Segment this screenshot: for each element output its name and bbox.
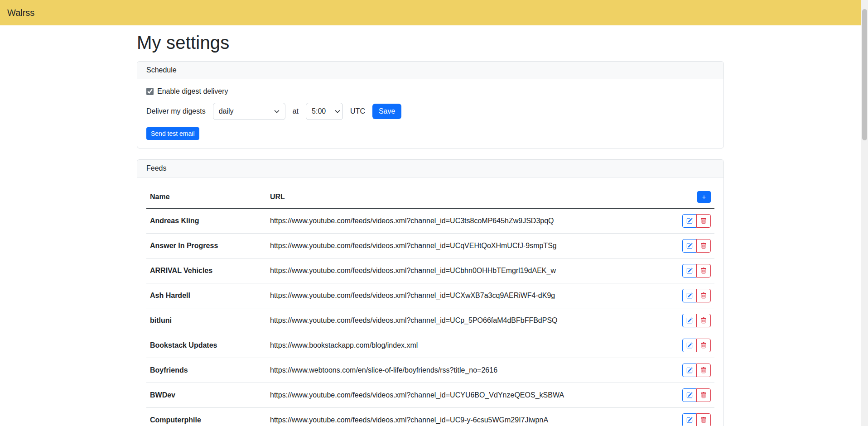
deliver-label: Deliver my digests	[146, 107, 206, 115]
feed-name: Ash Hardell	[146, 283, 266, 308]
pencil-square-icon	[686, 417, 693, 423]
send-test-email-button[interactable]: Send test email	[146, 127, 199, 140]
delete-feed-button[interactable]	[696, 314, 711, 327]
feed-row: Bookstack Updates https://www.bookstacka…	[146, 333, 714, 358]
pencil-square-icon	[686, 342, 693, 349]
feed-row: Computerphile https://www.youtube.com/fe…	[146, 408, 714, 426]
feed-name: Answer In Progress	[146, 234, 266, 258]
feed-url: https://www.youtube.com/feeds/videos.xml…	[266, 234, 669, 258]
pencil-square-icon	[686, 243, 693, 249]
feed-row: bitluni https://www.youtube.com/feeds/vi…	[146, 308, 714, 333]
enable-digest-checkbox[interactable]	[146, 88, 154, 95]
feed-actions	[682, 289, 711, 302]
feed-url: https://www.youtube.com/feeds/videos.xml…	[266, 283, 669, 308]
trash-icon	[700, 417, 707, 423]
pencil-square-icon	[686, 268, 693, 274]
feed-row: Answer In Progress https://www.youtube.c…	[146, 234, 714, 258]
edit-feed-button[interactable]	[682, 289, 697, 302]
schedule-card-body: Enable digest delivery Deliver my digest…	[137, 79, 723, 148]
at-label: at	[293, 107, 299, 115]
edit-feed-button[interactable]	[682, 388, 697, 402]
page-viewport: Walrss My settings Schedule Enable diges…	[0, 0, 861, 426]
trash-icon	[700, 342, 707, 349]
schedule-card-header: Schedule	[137, 62, 723, 79]
save-button[interactable]: Save	[372, 104, 401, 119]
delete-feed-button[interactable]	[696, 239, 711, 253]
feed-actions	[682, 239, 711, 253]
feed-row: Boyfriends https://www.webtoons.com/en/s…	[146, 358, 714, 383]
pencil-square-icon	[686, 317, 693, 324]
delete-feed-button[interactable]	[696, 264, 711, 278]
feed-name: BWDev	[146, 383, 266, 408]
enable-digest-row: Enable digest delivery	[146, 87, 714, 96]
feed-row: Andreas Kling https://www.youtube.com/fe…	[146, 209, 714, 234]
feed-actions	[682, 314, 711, 327]
feed-actions	[682, 339, 711, 352]
time-selected-value: 5:00	[312, 107, 326, 115]
column-header-url: URL	[266, 186, 669, 209]
timezone-label: UTC	[350, 107, 365, 115]
trash-icon	[700, 292, 707, 299]
feed-url: https://www.youtube.com/feeds/videos.xml…	[266, 308, 669, 333]
brand-link[interactable]: Walrss	[7, 8, 34, 18]
feed-url: https://www.webtoons.com/en/slice-of-lif…	[266, 358, 669, 383]
trash-icon	[700, 392, 707, 398]
edit-feed-button[interactable]	[682, 314, 697, 327]
feed-name: Andreas Kling	[146, 209, 266, 234]
edit-feed-button[interactable]	[682, 364, 697, 377]
feed-actions	[682, 364, 711, 377]
page-title: My settings	[137, 33, 724, 53]
deliver-settings-row: Deliver my digests daily at 5:00	[146, 103, 714, 120]
edit-feed-button[interactable]	[682, 239, 697, 253]
trash-icon	[700, 243, 707, 249]
feeds-card-header: Feeds	[137, 160, 723, 177]
pencil-square-icon	[686, 392, 693, 398]
frequency-select[interactable]: daily	[213, 103, 285, 120]
top-navbar: Walrss	[0, 0, 861, 25]
edit-feed-button[interactable]	[682, 214, 697, 228]
feed-name: Bookstack Updates	[146, 333, 266, 358]
trash-icon	[700, 218, 707, 224]
delete-feed-button[interactable]	[696, 413, 711, 426]
feed-name: Boyfriends	[146, 358, 266, 383]
feed-url: https://www.youtube.com/feeds/videos.xml…	[266, 209, 669, 234]
time-select[interactable]: 5:00	[306, 103, 343, 120]
feed-name: bitluni	[146, 308, 266, 333]
schedule-card: Schedule Enable digest delivery Deliver …	[137, 61, 724, 148]
delete-feed-button[interactable]	[696, 214, 711, 228]
feed-actions	[682, 214, 711, 228]
trash-icon	[700, 268, 707, 274]
frequency-selected-value: daily	[219, 107, 234, 115]
edit-feed-button[interactable]	[682, 264, 697, 278]
pencil-square-icon	[686, 218, 693, 224]
feeds-table: Name URL + Andreas Kling https://www.you…	[146, 186, 714, 426]
pencil-square-icon	[686, 292, 693, 299]
main-content: My settings Schedule Enable digest deliv…	[131, 33, 729, 426]
feed-row: ARRIVAL Vehicles https://www.youtube.com…	[146, 258, 714, 283]
feed-url: https://www.youtube.com/feeds/videos.xml…	[266, 408, 669, 426]
enable-digest-label: Enable digest delivery	[157, 87, 228, 96]
feed-name: ARRIVAL Vehicles	[146, 258, 266, 283]
feed-actions	[682, 388, 711, 402]
delete-feed-button[interactable]	[696, 388, 711, 402]
feeds-table-header-row: Name URL +	[146, 186, 714, 209]
chevron-down-icon	[274, 109, 280, 114]
delete-feed-button[interactable]	[696, 364, 711, 377]
chevron-down-icon	[335, 109, 340, 114]
delete-feed-button[interactable]	[696, 339, 711, 352]
add-feed-button[interactable]: +	[697, 191, 711, 203]
pencil-square-icon	[686, 367, 693, 373]
trash-icon	[700, 317, 707, 324]
feeds-card-body: Name URL + Andreas Kling https://www.you…	[137, 177, 723, 426]
column-header-name: Name	[146, 186, 266, 209]
vertical-scrollbar[interactable]	[861, 0, 868, 426]
feed-url: https://www.youtube.com/feeds/videos.xml…	[266, 258, 669, 283]
feed-actions	[682, 413, 711, 426]
feeds-table-body: Andreas Kling https://www.youtube.com/fe…	[146, 209, 714, 426]
edit-feed-button[interactable]	[682, 413, 697, 426]
delete-feed-button[interactable]	[696, 289, 711, 302]
edit-feed-button[interactable]	[682, 339, 697, 352]
feed-url: https://www.bookstackapp.com/blog/index.…	[266, 333, 669, 358]
feeds-card: Feeds Name URL + Andreas Kling https://w…	[137, 159, 724, 426]
scrollbar-thumb[interactable]	[862, 9, 867, 140]
